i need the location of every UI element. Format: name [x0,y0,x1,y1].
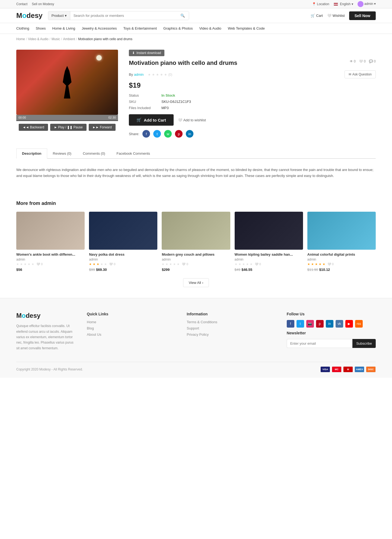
products-grid: Women's ankle boot with differen... admi… [16,212,376,272]
sku-value: SKU-G6J1Z1C1F3 [161,100,191,104]
forward-button[interactable]: ►► Forward [89,124,116,131]
social-instagram[interactable]: 📷 [306,320,314,328]
product-card-image[interactable] [16,212,85,250]
share-whatsapp-icon[interactable]: w [164,130,172,138]
product-card-seller: admin [307,258,376,261]
product-image [16,50,118,115]
information-title: Information [187,312,276,316]
newsletter-title: Newsletter [287,331,376,335]
footer-link-privacy[interactable]: Privacy Policy [187,332,276,337]
follow-us-title: Follow Us [287,312,376,316]
cart-link[interactable]: 🛒 Cart [311,14,323,18]
search-bar: Product ▾ 🔍 [48,11,189,20]
nav-web[interactable]: Web Templates & Code [228,23,265,34]
footer-copyright: Copyright 2020 Modesy - All Rights Reser… [16,367,83,371]
more-from-admin-section: More from admin Women's ankle boot with … [0,195,392,298]
social-youtube[interactable]: ▶ [345,320,353,328]
newsletter-subscribe-button[interactable]: Subscribe [352,339,376,348]
social-vk[interactable]: vk [336,320,343,328]
nav-toys[interactable]: Toys & Entertainment [123,23,157,34]
breadcrumb-music[interactable]: Music [52,37,60,41]
footer-link-home[interactable]: Home [87,320,176,324]
breadcrumb-ambient[interactable]: Ambient [63,37,75,41]
newsletter-email-input[interactable] [287,339,353,348]
nav-home-living[interactable]: Home & Living [52,23,75,34]
breadcrumb-current: Motivation piano with cello and drums [78,37,132,41]
share-linkedin-icon[interactable]: in [186,130,193,138]
star-3-1: ★ [238,262,241,266]
user-menu[interactable]: admin ▾ [358,1,376,7]
share-twitter-icon[interactable]: t [153,130,161,138]
star-3-2: ★ [242,262,245,266]
product-card-image[interactable] [235,212,303,250]
video-timeline: 00:00 02:30 [16,115,118,120]
product-card-image[interactable] [307,212,376,250]
progress-bar[interactable] [16,120,118,121]
product-card: Animal colorful digital prints admin ★★★… [307,212,376,272]
nav-shoes[interactable]: Shoes [36,23,46,34]
product-info: ⬇ Instant download Motivation piano with… [129,50,376,138]
flag-icon [334,3,338,6]
tab-reviews[interactable]: Reviews (0) [47,148,77,159]
product-author-row: By admin ★★★★★ (0) [129,72,172,77]
search-button[interactable]: 🔍 [177,11,189,20]
product-card-rating: ★★★★★ 🤍 0 [162,262,230,266]
product-card-image[interactable] [89,212,157,250]
logo[interactable]: Modesy [16,11,43,20]
social-pinterest[interactable]: p [316,320,324,328]
product-card-price: $99$69.30 [89,268,157,272]
breadcrumb-video-audio[interactable]: Video & Audio [28,37,48,41]
nav-clothing[interactable]: Clothing [16,23,29,34]
social-twitter[interactable]: t [297,320,304,328]
social-rss[interactable]: rss [355,320,363,328]
footer-link-terms[interactable]: Terms & Conditions [187,320,276,324]
nav-graphics[interactable]: Graphics & Photos [163,23,193,34]
product-card-image[interactable] [162,212,230,250]
add-to-cart-button[interactable]: 🛒 Add to Cart [129,114,174,126]
payment-maestro: M [343,366,353,372]
star-0-3: ★ [28,262,30,266]
search-dropdown[interactable]: Product ▾ [48,11,70,20]
footer-link-blog[interactable]: Blog [87,326,176,330]
top-bar-right: 📍 Location English ▾ admin ▾ [312,1,376,7]
footer-link-about[interactable]: About Us [87,332,176,337]
author-link[interactable]: admin [134,72,144,77]
nav-jewelry[interactable]: Jewelry & Accessories [82,23,117,34]
moon-decoration [96,55,102,61]
language-selector[interactable]: English ▾ [334,2,353,6]
footer-link-support[interactable]: Support [187,326,276,330]
product-card-price: $49$46.55 [235,268,303,272]
sell-on-modesy-link[interactable]: Sell on Modesy [32,2,54,6]
ask-question-button[interactable]: ✉ Ask Question [345,70,376,78]
star-0-0: ★ [16,262,19,266]
comment-count: 💬 0 [369,59,376,63]
share-facebook-icon[interactable]: f [142,130,150,138]
product-price: $19 [129,81,376,90]
product-card-title: Animal colorful digital prints [307,252,376,256]
share-pinterest-icon[interactable]: p [175,130,183,138]
contact-link[interactable]: Contact [16,2,27,6]
tab-facebook-comments[interactable]: Facebook Comments [111,148,156,159]
share-label: Share: [129,132,139,136]
social-linkedin[interactable]: in [326,320,333,328]
tab-comments[interactable]: Comments (0) [77,148,111,159]
product-section: 00:00 02:30 ◄◄ Backward ► Play / ❚❚ Paus… [0,44,392,143]
card-likes: 🤍 0 [36,262,43,266]
location-link[interactable]: 📍 Location [312,2,329,6]
product-actions: 🛒 Add to Cart 🤍 Add to wishlist [129,114,376,126]
wishlist-link[interactable]: 🤍 Wishlist [327,14,345,18]
play-pause-button[interactable]: ► Play / ❚❚ Pause [50,124,87,131]
product-card: Navy polka dot dress admin ★★★★★ 🤍 0 $99… [89,212,157,272]
nav-video[interactable]: Video & Audio [199,23,221,34]
sell-now-button[interactable]: Sell Now [349,11,376,20]
view-all-button[interactable]: View All › [183,278,209,287]
product-card-price: $299 [162,268,230,272]
social-facebook[interactable]: f [287,320,294,328]
breadcrumb-home[interactable]: Home [16,37,25,41]
status-label: Status [129,93,161,97]
breadcrumb: Home / Video & Audio / Music / Ambient /… [0,34,392,44]
backward-button[interactable]: ◄◄ Backward [19,124,48,131]
add-to-wishlist-button[interactable]: 🤍 Add to wishlist [178,118,206,122]
search-input[interactable] [70,11,177,20]
tab-description[interactable]: Description [16,148,47,159]
